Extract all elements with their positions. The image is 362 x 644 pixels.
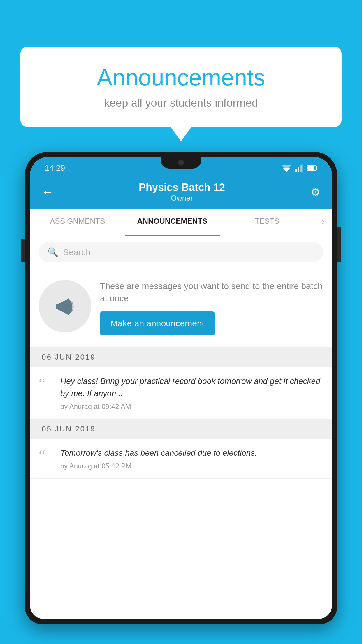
scroll-area: 06 JUN 2019 “ Hey class! Bring your prac… [30, 347, 332, 619]
tab-tests[interactable]: TESTS [220, 209, 314, 236]
svg-rect-3 [298, 167, 299, 172]
search-input[interactable]: Search [63, 247, 91, 257]
tab-announcements[interactable]: ANNOUNCEMENTS [125, 209, 219, 236]
promo-section: These are messages you want to send to t… [30, 268, 332, 347]
app-header: ← Physics Batch 12 Owner ⚙ [30, 176, 332, 209]
search-box[interactable]: 🔍 Search [39, 242, 323, 262]
wifi-icon [281, 164, 292, 172]
settings-icon[interactable]: ⚙ [310, 186, 320, 199]
announcement-text-2: Tomorrow's class has been cancelled due … [60, 447, 323, 459]
speech-bubble-title: Announcements [44, 64, 318, 91]
tab-assignments[interactable]: ASSIGNMENTS [30, 209, 125, 236]
status-time: 14:29 [45, 163, 65, 173]
quote-icon-2: “ [39, 448, 53, 463]
tab-more[interactable]: › [314, 209, 332, 236]
svg-marker-1 [281, 165, 292, 170]
search-icon: 🔍 [48, 247, 58, 257]
date-label-2: 05 JUN 2019 [42, 424, 96, 433]
svg-rect-4 [300, 165, 302, 172]
header-title-section: Physics Batch 12 Owner [53, 181, 310, 203]
svg-rect-7 [316, 167, 317, 169]
announcement-content-1: Hey class! Bring your practical record b… [60, 375, 323, 411]
svg-rect-9 [56, 304, 58, 309]
phone-notch [161, 157, 201, 169]
speech-bubble-subtitle: keep all your students informed [44, 97, 318, 109]
announcement-meta-2: by Anurag at 05:42 PM [60, 462, 323, 470]
search-container: 🔍 Search [30, 236, 332, 268]
notch-camera [178, 160, 184, 166]
promo-content: These are messages you want to send to t… [100, 280, 323, 335]
announcement-meta-1: by Anurag at 09:42 AM [60, 402, 323, 411]
announcement-content-2: Tomorrow's class has been cancelled due … [60, 447, 323, 470]
announcement-item-1[interactable]: “ Hey class! Bring your practical record… [30, 367, 332, 419]
make-announcement-button[interactable]: Make an announcement [100, 312, 215, 335]
speech-bubble: Announcements keep all your students inf… [20, 47, 342, 127]
date-label-1: 06 JUN 2019 [42, 353, 96, 361]
phone-screen: 14:29 [30, 157, 332, 619]
promo-description: These are messages you want to send to t… [100, 280, 323, 304]
phone-mockup: 14:29 [25, 152, 337, 644]
date-separator-1: 06 JUN 2019 [30, 347, 332, 367]
megaphone-icon [52, 293, 78, 319]
phone-outer: 14:29 [25, 152, 337, 624]
svg-rect-2 [295, 169, 297, 172]
speech-bubble-section: Announcements keep all your students inf… [20, 47, 342, 127]
status-icons [281, 164, 317, 172]
promo-icon-circle [39, 280, 91, 332]
date-separator-2: 05 JUN 2019 [30, 419, 332, 439]
battery-icon [307, 165, 317, 171]
svg-rect-8 [307, 166, 314, 170]
back-button[interactable]: ← [42, 186, 53, 199]
header-title: Physics Batch 12 [53, 181, 310, 194]
announcement-text-1: Hey class! Bring your practical record b… [60, 375, 323, 400]
svg-rect-5 [302, 164, 303, 172]
tabs-bar: ASSIGNMENTS ANNOUNCEMENTS TESTS › [30, 209, 332, 236]
quote-icon-1: “ [39, 376, 53, 391]
signal-icon [295, 164, 303, 172]
announcement-item-2[interactable]: “ Tomorrow's class has been cancelled du… [30, 439, 332, 479]
header-subtitle: Owner [53, 194, 310, 203]
